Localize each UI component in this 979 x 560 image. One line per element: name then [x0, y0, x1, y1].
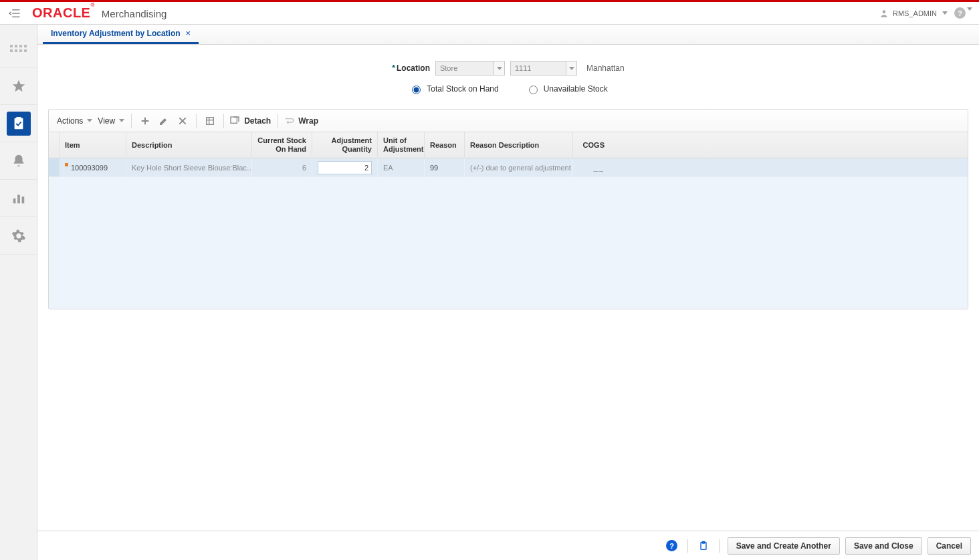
rail-reports[interactable] [0, 180, 37, 217]
bar-chart-icon [7, 186, 31, 211]
edit-row-button[interactable] [154, 112, 173, 130]
required-dot-icon [65, 163, 68, 166]
location-name: Manhattan [586, 63, 625, 73]
location-filter: *Location Store 1111 Manhattan [48, 61, 968, 76]
location-label: Location [397, 63, 430, 73]
location-type-select[interactable]: Store [435, 61, 505, 76]
radio-unavail-input[interactable] [529, 86, 538, 94]
brand: ORACLE® Merchandising [32, 5, 167, 21]
chevron-down-icon [119, 119, 124, 122]
page-footer: ? Save and Create Another Save and Close… [37, 531, 979, 560]
chevron-down-icon [967, 7, 972, 11]
user-label: RMS_ADMIN [893, 9, 937, 17]
chevron-down-icon [942, 11, 948, 15]
actions-menu[interactable]: Actions [54, 116, 95, 126]
radio-unavailable-stock[interactable]: Unavailable Stock [526, 84, 608, 94]
delete-row-button[interactable] [173, 112, 192, 130]
save-and-close-button[interactable]: Save and Close [845, 537, 922, 555]
rail-apps[interactable] [0, 30, 37, 67]
svg-rect-5 [16, 116, 21, 119]
cell-uom: EA [378, 158, 425, 176]
svg-rect-8 [21, 196, 24, 203]
tab-inventory-adjustment[interactable]: Inventory Adjustment by Location × [43, 24, 199, 44]
table-body: 100093099 Key Hole Short Sleeve Blouse:B… [49, 158, 968, 309]
export-button[interactable] [201, 112, 219, 130]
cell-cogs: __ [573, 158, 610, 176]
apps-icon [10, 45, 27, 52]
footer-help-button[interactable]: ? [665, 539, 679, 553]
table-row[interactable]: 100093099 Key Hole Short Sleeve Blouse:B… [49, 158, 968, 177]
svg-rect-6 [13, 198, 15, 203]
svg-rect-13 [207, 117, 214, 124]
global-header: ORACLE® Merchandising RMS_ADMIN ? [0, 2, 979, 25]
rail-notifications[interactable] [0, 142, 37, 180]
col-item[interactable]: Item [60, 132, 126, 158]
cell-reason: 99 [425, 158, 465, 176]
col-reason-desc[interactable]: Reason Description [465, 132, 573, 158]
gear-icon [7, 224, 31, 248]
row-handle-header [49, 132, 60, 158]
wrap-icon [282, 112, 296, 130]
cancel-button[interactable]: Cancel [928, 537, 971, 555]
cell-adj-qty [312, 158, 378, 176]
col-reason[interactable]: Reason [425, 132, 465, 158]
required-indicator: * [392, 63, 395, 73]
global-menu-icon[interactable] [7, 5, 23, 21]
radio-total-stock[interactable]: Total Stock on Hand [409, 84, 498, 94]
divider [687, 539, 688, 553]
help-icon: ? [666, 540, 677, 551]
user-menu[interactable]: RMS_ADMIN [879, 9, 948, 18]
add-row-button[interactable] [136, 112, 154, 130]
chevron-down-icon [497, 67, 502, 70]
col-adj-qty[interactable]: AdjustmentQuantity [312, 132, 378, 158]
detach-icon [228, 112, 241, 130]
user-icon [879, 9, 889, 18]
col-uom[interactable]: Unit ofAdjustment [378, 132, 425, 158]
wrap-button[interactable]: Wrap [296, 116, 321, 126]
table-header: Item Description Current StockOn Hand Ad… [49, 132, 968, 158]
table-toolbar: Actions View [49, 110, 968, 132]
cell-item: 100093099 [60, 158, 126, 176]
clipboard-check-icon [7, 112, 31, 136]
adj-qty-input[interactable] [318, 161, 372, 174]
col-description[interactable]: Description [126, 132, 252, 158]
help-icon: ? [954, 7, 966, 19]
svg-rect-7 [17, 194, 20, 203]
help-menu[interactable]: ? [954, 7, 972, 19]
divider [719, 539, 720, 553]
tab-label: Inventory Adjustment by Location [51, 29, 181, 38]
rail-settings[interactable] [0, 217, 37, 255]
location-id-value: 1111 [515, 64, 531, 72]
view-menu[interactable]: View [95, 116, 127, 126]
cell-current-stock: 6 [252, 158, 312, 176]
cell-description: Key Hole Short Sleeve Blouse:Blac… [126, 158, 252, 176]
left-rail [0, 25, 37, 560]
svg-point-3 [883, 10, 886, 13]
rail-favorites[interactable] [0, 67, 37, 105]
brand-module: Merchandising [102, 8, 167, 19]
adjustments-table-panel: Actions View [48, 109, 968, 309]
footer-clipboard-button[interactable] [696, 539, 711, 553]
location-id-lov[interactable]: 1111 [510, 61, 577, 76]
radio-total-input[interactable] [412, 86, 421, 94]
col-current-stock[interactable]: Current StockOn Hand [252, 132, 312, 158]
svg-rect-16 [231, 117, 237, 123]
detach-button[interactable]: Detach [241, 116, 274, 126]
rail-tasks[interactable] [0, 105, 37, 142]
row-handle[interactable] [49, 158, 60, 176]
brand-oracle: ORACLE® [32, 5, 95, 21]
chevron-down-icon [87, 119, 92, 122]
cell-reason-desc: (+/-) due to general adjustment [465, 158, 573, 176]
col-cogs[interactable]: COGS [573, 132, 610, 158]
close-icon[interactable]: × [186, 28, 191, 38]
chevron-down-icon [569, 67, 574, 70]
svg-rect-4 [14, 118, 23, 129]
star-icon [7, 74, 31, 98]
location-type-value: Store [440, 64, 457, 72]
tabstrip: Inventory Adjustment by Location × [37, 25, 979, 45]
stock-radio-group: Total Stock on Hand Unavailable Stock [48, 84, 968, 94]
save-and-create-another-button[interactable]: Save and Create Another [728, 537, 840, 555]
bell-icon [7, 149, 31, 173]
